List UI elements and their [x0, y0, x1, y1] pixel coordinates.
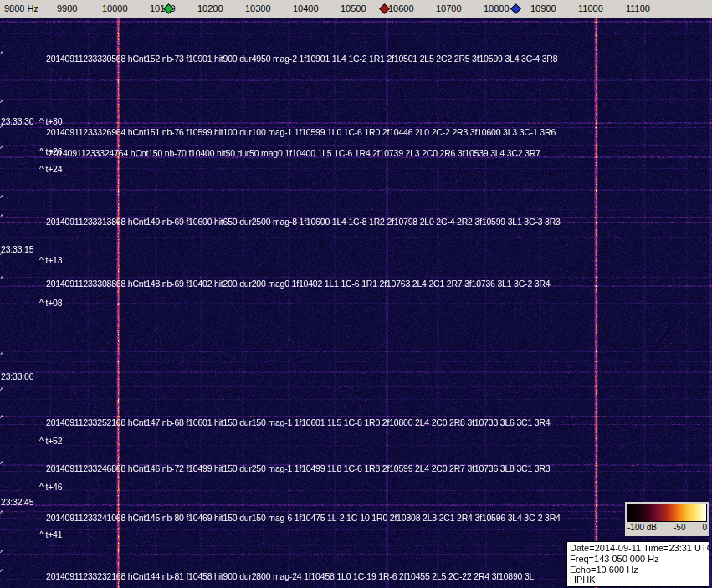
colorbar-label-min: -100 dB: [627, 523, 657, 532]
info-callsign: HPHK: [570, 575, 706, 585]
axis-frequency-label: 10300: [245, 3, 271, 13]
info-freq-line: Freq=143 050 000 Hz: [570, 554, 706, 565]
spectrogram-canvas: [0, 18, 712, 588]
freq-marker-blue-diamond-icon[interactable]: [510, 3, 521, 14]
axis-frequency-label: 10200: [197, 3, 223, 13]
colorbar: -100 dB -50 0: [625, 502, 709, 536]
colorbar-label-mid: -50: [674, 523, 685, 532]
axis-frequency-label: 9800 Hz: [4, 3, 38, 13]
axis-frequency-label: 9900: [57, 3, 77, 13]
axis-frequency-label: 10800: [484, 3, 510, 13]
axis-frequency-label: 10900: [530, 3, 556, 13]
axis-frequency-label: 10000: [102, 3, 128, 13]
axis-frequency-label: 11000: [578, 3, 603, 13]
axis-frequency-label: 10600: [388, 3, 414, 13]
axis-frequency-label: 11100: [626, 3, 650, 13]
info-date-line: Date=2014-09-11 Time=23:31 UTC: [570, 543, 706, 554]
info-echo-line: Echo=10 600 Hz: [570, 565, 706, 575]
colorbar-labels: -100 dB -50 0: [627, 523, 707, 532]
axis-frequency-label: 10500: [341, 3, 366, 13]
colorbar-gradient: [627, 504, 707, 522]
colorbar-label-max: 0: [702, 523, 707, 532]
info-box: Date=2014-09-11 Time=23:31 UTC Freq=143 …: [566, 541, 709, 587]
axis-frequency-label: 10400: [293, 3, 319, 13]
axis-frequency-label: 10700: [436, 3, 462, 13]
frequency-axis: 9800 Hz990010000101001020010300104001050…: [0, 0, 712, 18]
spectrogram-app: 9800 Hz990010000101001020010300104001050…: [0, 0, 712, 588]
